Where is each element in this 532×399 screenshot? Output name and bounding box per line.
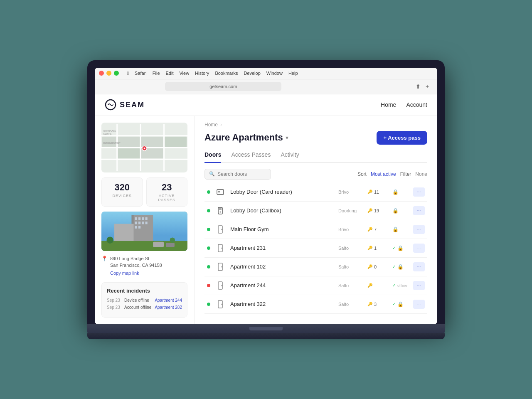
- door-icon: [214, 261, 226, 273]
- tab-access-passes[interactable]: Access Passes: [231, 151, 271, 163]
- safari-menu[interactable]: Safari: [135, 71, 147, 76]
- passes-label: ACTIVE PASSES: [151, 194, 183, 202]
- breadcrumb-home[interactable]: Home: [204, 122, 218, 128]
- nav-home[interactable]: Home: [381, 101, 396, 108]
- search-input[interactable]: [217, 171, 267, 177]
- door-keys: 🔑 11: [367, 190, 388, 195]
- svg-rect-13: [165, 136, 187, 146]
- svg-text:WORKPLACE: WORKPLACE: [103, 130, 116, 132]
- door-more-button[interactable]: ···: [413, 206, 425, 215]
- content-area: Home › Azure Apartments ▾ + Access pass: [195, 116, 437, 324]
- key-count: 11: [374, 190, 379, 195]
- title-dropdown-icon[interactable]: ▾: [286, 134, 288, 141]
- apple-menu[interactable]: : [127, 71, 129, 76]
- view-menu[interactable]: View: [179, 71, 189, 76]
- door-row[interactable]: Apartment 231 Salto 🔑 1 ✓ 🔒 ···: [204, 239, 427, 258]
- close-button[interactable]: [99, 71, 104, 76]
- page-title-row: Azure Apartments ▾: [204, 132, 288, 143]
- address-block: 📍 890 Long Bridge St San Francisco, CA 9…: [101, 255, 187, 276]
- bookmarks-menu[interactable]: Bookmarks: [215, 71, 238, 76]
- browser-toolbar: getseam.com ⬆ +: [95, 79, 437, 94]
- window-menu[interactable]: Window: [266, 71, 283, 76]
- share-icon[interactable]: ⬆: [416, 83, 422, 90]
- incident-date-2: Sep 23: [107, 305, 122, 310]
- lock-icon: 🔒: [392, 227, 399, 232]
- status-dot: [207, 265, 210, 268]
- stats-row: 320 DEVICES 23 ACTIVE PASSES: [101, 177, 187, 207]
- svg-rect-41: [219, 208, 222, 210]
- door-row[interactable]: Apartment 322 Salto 🔑 3 ✓ 🔒 ···: [204, 295, 427, 314]
- svg-point-46: [222, 247, 223, 249]
- add-access-pass-button[interactable]: + Access pass: [377, 131, 427, 145]
- key-icon: 🔑: [367, 302, 372, 306]
- filter-value[interactable]: None: [415, 171, 427, 177]
- tab-doors[interactable]: Doors: [204, 151, 221, 163]
- key-icon: 🔑: [367, 208, 372, 213]
- help-menu[interactable]: Help: [288, 71, 298, 76]
- minimize-button[interactable]: [106, 71, 111, 76]
- svg-point-36: [106, 236, 113, 244]
- incident-link-1[interactable]: Apartment 244: [155, 298, 182, 303]
- svg-point-42: [220, 211, 221, 212]
- svg-rect-8: [118, 136, 140, 146]
- door-row[interactable]: Lobby Door (Card reader) Brivo 🔑 11 🔒 ··…: [204, 183, 427, 202]
- door-more-button[interactable]: ···: [413, 225, 425, 234]
- new-tab-icon[interactable]: +: [426, 83, 432, 90]
- svg-rect-10: [118, 148, 140, 158]
- map-container: WORKPLACE SQUARE DESIGN DISTRICT: [101, 123, 187, 172]
- app-body: WORKPLACE SQUARE DESIGN DISTRICT 320 DEV…: [95, 116, 437, 324]
- key-count: 19: [374, 208, 379, 213]
- incident-row-1: Sep 23 Device offline Apartment 244: [107, 298, 182, 303]
- nav-account[interactable]: Account: [406, 101, 427, 108]
- laptop-base: [87, 324, 445, 333]
- history-menu[interactable]: History: [195, 71, 209, 76]
- fullscreen-button[interactable]: [114, 71, 119, 76]
- develop-menu[interactable]: Develop: [244, 71, 260, 76]
- svg-point-37: [170, 237, 175, 242]
- check-icon: ✓: [392, 246, 396, 250]
- door-status-icons: 🔒: [392, 227, 409, 232]
- incidents-card: Recent incidents Sep 23 Device offline A…: [101, 282, 187, 318]
- door-more-button[interactable]: ···: [413, 281, 425, 290]
- key-icon: 🔑: [367, 227, 372, 232]
- door-icon: [214, 298, 226, 310]
- door-row[interactable]: Main Floor Gym Brivo 🔑 7 🔒 ···: [204, 220, 427, 239]
- door-more-button[interactable]: ···: [413, 262, 425, 271]
- door-row[interactable]: Lobby Door (Callbox) Doorking 🔑 19 🔒 ···: [204, 202, 427, 220]
- svg-text:DESIGN DISTRICT: DESIGN DISTRICT: [103, 142, 121, 144]
- door-more-button[interactable]: ···: [413, 187, 425, 197]
- lock-icon: 🔒: [392, 189, 399, 195]
- svg-point-48: [222, 266, 223, 267]
- tab-activity[interactable]: Activity: [281, 151, 299, 163]
- door-row[interactable]: Apartment 102 Salto 🔑 0 ✓ 🔒 ···: [204, 258, 427, 276]
- lock-icon: 🔒: [397, 264, 404, 270]
- door-row[interactable]: Apartment 244 Salto 🔑 ✓ offline ···: [204, 276, 427, 295]
- search-box[interactable]: 🔍: [204, 169, 271, 180]
- svg-rect-38: [217, 190, 224, 195]
- url-bar[interactable]: getseam.com: [165, 82, 281, 91]
- incident-link-2[interactable]: Apartment 282: [155, 305, 182, 310]
- svg-rect-33: [114, 224, 134, 241]
- check-icon: ✓: [392, 302, 396, 306]
- edit-menu[interactable]: Edit: [166, 71, 174, 76]
- laptop-notch: [249, 327, 283, 330]
- key-icon: 🔑: [367, 264, 372, 269]
- passes-value: 23: [151, 182, 183, 193]
- svg-text:SQUARE: SQUARE: [103, 133, 112, 135]
- sort-value[interactable]: Most active: [371, 171, 396, 177]
- status-dot: [207, 303, 210, 306]
- incident-date-1: Sep 23: [107, 298, 122, 303]
- door-keys: 🔑 3: [367, 302, 388, 307]
- door-status-icons: 🔒: [392, 189, 409, 195]
- file-menu[interactable]: File: [153, 71, 160, 76]
- door-status-icons: ✓ 🔒: [392, 264, 409, 270]
- door-more-button[interactable]: ···: [413, 300, 425, 309]
- svg-rect-23: [135, 217, 137, 219]
- copy-map-link[interactable]: Copy map link: [110, 271, 139, 276]
- door-brand: Salto: [338, 246, 363, 251]
- devices-value: 320: [106, 182, 138, 193]
- seam-logo-icon: [105, 99, 116, 111]
- status-dot: [207, 209, 210, 212]
- svg-rect-9: [141, 136, 163, 146]
- door-more-button[interactable]: ···: [413, 244, 425, 253]
